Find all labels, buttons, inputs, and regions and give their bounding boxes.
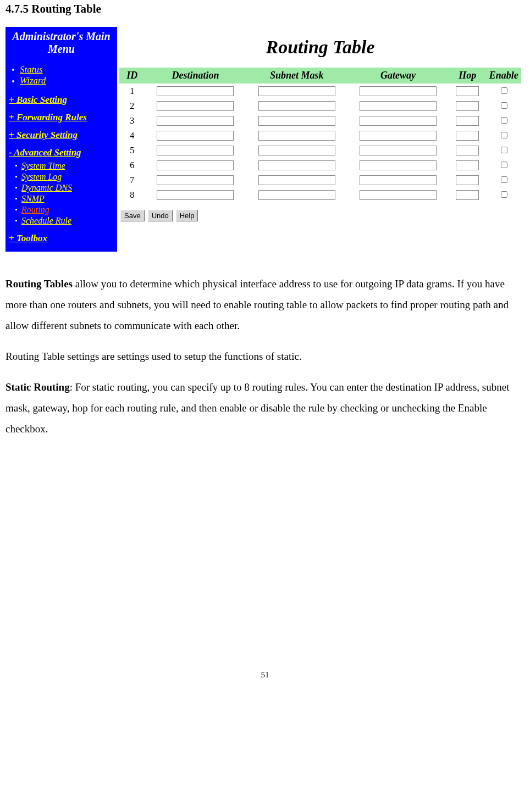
undo-button[interactable]: Undo: [148, 210, 173, 221]
subnet_mask-input[interactable]: [258, 160, 335, 170]
sidebar-item-status[interactable]: Status: [11, 64, 115, 75]
cell-destination: [145, 128, 246, 143]
bullet-icon: [15, 209, 17, 210]
enable-checkbox[interactable]: [501, 87, 507, 94]
gateway-input[interactable]: [360, 116, 437, 126]
cell-subnet_mask: [246, 128, 347, 143]
destination-input[interactable]: [157, 190, 234, 200]
sub-link-label: System Log: [21, 171, 62, 182]
admin-sidebar: Administrator's Main Menu Status Wizard …: [5, 27, 117, 252]
cell-subnet_mask: [246, 173, 347, 187]
cell-subnet_mask: [246, 187, 347, 202]
cell-id: 4: [119, 128, 145, 143]
sidebar-sub-snmp[interactable]: SNMP: [15, 193, 115, 204]
cell-subnet_mask: [246, 143, 347, 158]
cell-enable: [487, 143, 521, 158]
sidebar-item-wizard[interactable]: Wizard: [11, 75, 115, 86]
destination-input[interactable]: [157, 146, 234, 155]
paragraph-text: allow you to determine which physical in…: [5, 278, 509, 331]
sub-link-label: Dynamic DNS: [21, 182, 72, 193]
enable-checkbox[interactable]: [501, 117, 507, 124]
enable-checkbox[interactable]: [501, 162, 507, 168]
enable-checkbox[interactable]: [501, 102, 507, 109]
cell-hop: [449, 98, 486, 113]
th-subnet-mask: Subnet Mask: [246, 68, 347, 84]
cell-gateway: [347, 98, 449, 113]
bullet-icon: [15, 165, 17, 166]
bullet-icon: [12, 80, 14, 82]
cell-gateway: [347, 173, 449, 187]
subnet_mask-input[interactable]: [258, 131, 335, 141]
sidebar-sub-system-time[interactable]: System Time: [15, 160, 115, 171]
gateway-input[interactable]: [360, 86, 437, 96]
enable-checkbox[interactable]: [501, 191, 507, 198]
th-enable: Enable: [487, 68, 521, 84]
enable-checkbox[interactable]: [501, 147, 507, 153]
subnet_mask-input[interactable]: [258, 101, 335, 111]
cell-subnet_mask: [246, 98, 347, 113]
sidebar-sub-routing[interactable]: Routing: [15, 204, 115, 215]
gateway-input[interactable]: [360, 175, 437, 185]
gateway-input[interactable]: [360, 160, 437, 170]
cell-enable: [487, 173, 521, 187]
destination-input[interactable]: [157, 131, 234, 141]
routing-table: ID Destination Subnet Mask Gateway Hop E…: [119, 68, 521, 202]
sidebar-section-forwarding-rules[interactable]: + Forwarding Rules: [9, 112, 115, 123]
gateway-input[interactable]: [360, 190, 437, 200]
hop-input[interactable]: [456, 101, 479, 111]
help-button[interactable]: Help: [176, 210, 198, 221]
hop-input[interactable]: [456, 116, 479, 126]
enable-checkbox[interactable]: [501, 132, 507, 138]
table-row: 3: [119, 113, 521, 128]
sidebar-sub-dynamic-dns[interactable]: Dynamic DNS: [15, 182, 115, 193]
cell-destination: [145, 113, 246, 128]
subnet_mask-input[interactable]: [258, 190, 335, 200]
hop-input[interactable]: [456, 131, 479, 141]
destination-input[interactable]: [157, 160, 234, 170]
cell-hop: [449, 187, 486, 202]
content-panel: Routing Table ID Destination Subnet Mask…: [117, 27, 525, 252]
destination-input[interactable]: [157, 86, 234, 96]
destination-input[interactable]: [157, 116, 234, 126]
hop-input[interactable]: [456, 86, 479, 96]
bold-text: Routing Tables: [5, 278, 73, 290]
hop-input[interactable]: [456, 146, 479, 155]
cell-gateway: [347, 143, 449, 158]
bullet-icon: [15, 187, 17, 188]
cell-enable: [487, 158, 521, 173]
router-admin-screenshot: Administrator's Main Menu Status Wizard …: [5, 27, 525, 252]
cell-destination: [145, 84, 246, 98]
table-row: 2: [119, 98, 521, 113]
hop-input[interactable]: [456, 190, 479, 200]
hop-input[interactable]: [456, 160, 479, 170]
sidebar-section-basic-setting[interactable]: + Basic Setting: [9, 94, 115, 105]
subnet_mask-input[interactable]: [258, 116, 335, 126]
subnet_mask-input[interactable]: [258, 146, 335, 155]
sidebar-section-toolbox[interactable]: + Toolbox: [9, 233, 115, 244]
gateway-input[interactable]: [360, 101, 437, 111]
paragraph-routing-tables: Routing Tables allow you to determine wh…: [5, 274, 525, 336]
sidebar-sub-system-log[interactable]: System Log: [15, 171, 115, 182]
cell-hop: [449, 173, 486, 187]
content-title: Routing Table: [119, 37, 521, 58]
sub-link-label: SNMP: [21, 193, 45, 204]
bullet-icon: [12, 69, 14, 71]
button-row: Save Undo Help: [120, 210, 521, 221]
cell-enable: [487, 113, 521, 128]
gateway-input[interactable]: [360, 146, 437, 155]
sidebar-sub-schedule-rule[interactable]: Schedule Rule: [15, 215, 115, 226]
destination-input[interactable]: [157, 101, 234, 111]
save-button[interactable]: Save: [120, 210, 145, 221]
subnet_mask-input[interactable]: [258, 86, 335, 96]
cell-id: 2: [119, 98, 145, 113]
table-row: 8: [119, 187, 521, 202]
destination-input[interactable]: [157, 175, 234, 185]
sidebar-section-security-setting[interactable]: + Security Setting: [9, 130, 115, 141]
enable-checkbox[interactable]: [501, 176, 507, 183]
sidebar-section-advanced-setting[interactable]: - Advanced Setting: [9, 147, 115, 158]
subnet_mask-input[interactable]: [258, 175, 335, 185]
sidebar-link-status: Status: [20, 64, 43, 75]
cell-gateway: [347, 84, 449, 98]
hop-input[interactable]: [456, 175, 479, 185]
gateway-input[interactable]: [360, 131, 437, 141]
